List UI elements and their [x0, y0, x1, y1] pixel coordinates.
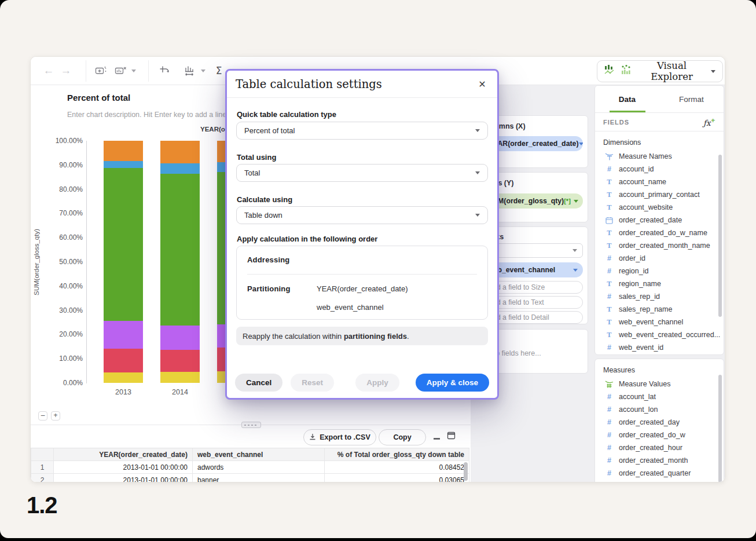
fields-header-row: FIELDS ƒx+: [595, 113, 724, 131]
field-item[interactable]: #region_id: [595, 265, 724, 277]
bin-histogram-icon[interactable]: [182, 63, 197, 78]
bar-segment-2013[interactable]: [104, 161, 143, 169]
zoom-out-button[interactable]: –: [38, 411, 47, 421]
field-item[interactable]: Torder_created_do_w_name: [595, 226, 724, 239]
add-formula-icon[interactable]: ƒx+: [703, 117, 715, 127]
bar-segment-2014[interactable]: [160, 350, 200, 372]
text-icon: T: [605, 242, 614, 250]
field-item[interactable]: Tregion_name: [595, 277, 724, 290]
date-icon: [605, 216, 614, 225]
number-icon: #: [605, 267, 614, 276]
apply-close-button[interactable]: Apply & close: [416, 374, 489, 392]
calculate-using-label: Calculate using: [237, 195, 292, 204]
undo-back-button[interactable]: ←: [42, 63, 56, 78]
field-item[interactable]: Tweb_event_channel: [595, 316, 724, 328]
dimensions-list: Measure Names#account_idTaccount_nameTac…: [595, 150, 724, 354]
field-item[interactable]: #sales_rep_id: [595, 290, 724, 303]
field-item[interactable]: Taccount_website: [595, 201, 724, 214]
field-item[interactable]: Tsales_rep_name: [595, 303, 724, 316]
bar-segment-2014[interactable]: [160, 174, 200, 326]
x-tick-label: 2013: [104, 388, 143, 396]
remove-chart-icon[interactable]: [113, 63, 128, 78]
field-item[interactable]: Taccount_primary_contact: [595, 188, 724, 201]
resize-drag-handle[interactable]: [241, 422, 261, 428]
dimensions-scrollbar[interactable]: [718, 155, 722, 317]
y-tick-label: 30.00%: [41, 306, 83, 315]
bar-segment-2013[interactable]: [104, 349, 143, 373]
field-item[interactable]: #account_lon: [595, 403, 724, 416]
export-csv-button[interactable]: Export to .CSV: [303, 429, 376, 445]
addressing-label: Addressing: [247, 255, 290, 264]
field-item[interactable]: #web_event_id: [595, 341, 724, 354]
minimize-panel-icon[interactable]: [432, 433, 441, 443]
duplicate-chart-icon[interactable]: [93, 63, 108, 78]
measure-names-icon: [605, 152, 614, 161]
field-item[interactable]: order_created_date: [595, 214, 724, 226]
cancel-button[interactable]: Cancel: [235, 374, 282, 392]
quick-type-select[interactable]: Percent of total: [236, 122, 488, 140]
field-item[interactable]: #order_created_day: [595, 416, 724, 429]
chart-description-placeholder[interactable]: Enter chart description. Hit Enter key t…: [67, 111, 226, 119]
bar-segment-2014[interactable]: [160, 326, 200, 350]
bar-segment-2014[interactable]: [160, 163, 200, 174]
maximize-panel-icon[interactable]: [447, 432, 456, 442]
columns-pill-label: YEAR(order_created_date): [488, 140, 579, 148]
total-using-select[interactable]: Total: [236, 164, 488, 182]
bar-segment-2013[interactable]: [104, 141, 143, 161]
tab-format[interactable]: Format: [659, 86, 724, 112]
field-name: account_lon: [619, 405, 658, 414]
field-item[interactable]: #order_created_week: [595, 480, 724, 482]
tab-data[interactable]: Data: [595, 86, 659, 112]
table-cell: 0.08452: [325, 461, 469, 473]
note-bold: partitioning fields: [344, 332, 407, 341]
bar-segment-2014[interactable]: [160, 141, 200, 163]
field-item[interactable]: #order_created_hour: [595, 441, 724, 454]
table-row: 22013-01-01 00:00:00banner0.03065: [31, 474, 469, 482]
field-item[interactable]: Taccount_name: [595, 176, 724, 188]
field-item[interactable]: #account_id: [595, 163, 724, 176]
swap-axes-icon[interactable]: [157, 63, 172, 78]
table-header-row: YEAR(order_created_date)web_event_channe…: [31, 448, 469, 461]
field-item[interactable]: Measure Names: [595, 150, 724, 163]
table-header-cell: web_event_channel: [193, 448, 325, 460]
visual-explorer-selector[interactable]: Visual Explorer: [597, 60, 723, 82]
number-icon: #: [605, 393, 614, 401]
apply-button[interactable]: Apply: [355, 374, 399, 392]
field-item[interactable]: #order_created_month: [595, 454, 724, 467]
sigma-aggregate-icon[interactable]: Σ: [212, 63, 225, 78]
table-scrollbar[interactable]: [464, 462, 468, 481]
field-name: order_created_month: [619, 456, 688, 465]
field-item[interactable]: Tweb_event_created_occurred...: [595, 328, 724, 341]
text-icon: T: [605, 280, 614, 288]
number-icon: #: [605, 293, 614, 301]
remove-chart-caret-icon[interactable]: [130, 63, 137, 78]
bar-segment-2013[interactable]: [104, 321, 143, 349]
field-item[interactable]: #account_lat: [595, 390, 724, 403]
field-name: Measure Values: [619, 380, 670, 388]
field-item[interactable]: #order_created_do_w: [595, 429, 724, 441]
field-item[interactable]: #order_id: [595, 252, 724, 265]
bar-segment-2014[interactable]: [160, 372, 200, 383]
calculate-using-select[interactable]: Table down: [236, 206, 488, 224]
toolbar-separator: [148, 60, 149, 82]
table-cell: 2013-01-01 00:00:00: [54, 474, 193, 482]
bar-segment-2013[interactable]: [104, 168, 143, 321]
table-cell: adwords: [193, 461, 325, 473]
field-item[interactable]: Torder_created_month_name: [595, 239, 724, 252]
reset-button[interactable]: Reset: [291, 374, 334, 392]
field-item[interactable]: Measure Values: [595, 378, 724, 390]
field-name: web_event_created_occurred...: [619, 331, 720, 339]
bar-segment-2013[interactable]: [104, 372, 143, 383]
apply-order-label: Apply calculation in the following order: [237, 235, 377, 243]
zoom-in-button[interactable]: +: [51, 411, 60, 421]
field-item[interactable]: #order_created_quarter: [595, 467, 724, 480]
mini-scatter-chart-icon: [621, 64, 633, 78]
close-icon[interactable]: ✕: [476, 79, 489, 90]
text-icon: T: [605, 305, 614, 314]
redo-forward-button[interactable]: →: [59, 63, 73, 78]
bin-histogram-caret-icon[interactable]: [200, 63, 207, 78]
measures-scrollbar[interactable]: [718, 375, 722, 482]
table-cell: 0.03065: [325, 474, 469, 482]
copy-button[interactable]: Copy: [379, 429, 426, 445]
modal-footer: Cancel Reset Apply Apply & close: [227, 367, 497, 398]
